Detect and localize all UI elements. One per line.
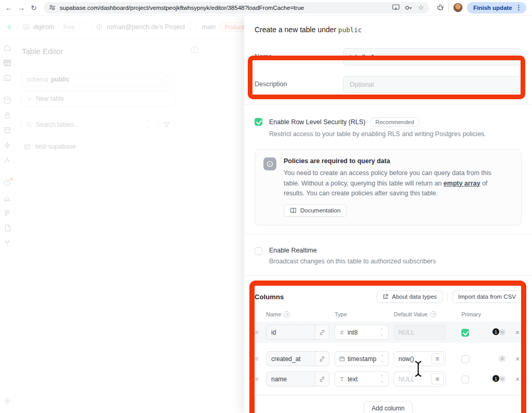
drag-handle-icon[interactable]: ≡ <box>255 375 266 383</box>
chrome-menu-icon[interactable]: ⋮ <box>515 4 522 11</box>
remove-column-icon[interactable]: × <box>513 328 522 337</box>
documentation-button[interactable]: Documentation <box>284 204 347 217</box>
new-table-label: New table <box>36 95 64 102</box>
supabase-logo-icon[interactable] <box>5 23 14 31</box>
column-settings-gear-icon[interactable] <box>498 354 507 364</box>
sql-editor-icon[interactable] <box>3 74 11 82</box>
settings-gear-icon[interactable] <box>3 397 11 405</box>
description-label: Description <box>255 76 343 88</box>
column-row-name: ≡ T text ⌃⌄ ≣ <box>255 371 522 387</box>
database-icon[interactable] <box>3 96 11 104</box>
advisors-icon[interactable] <box>3 179 11 187</box>
reports-icon[interactable] <box>3 194 11 202</box>
api-docs-icon[interactable] <box>3 224 11 232</box>
notification-dot <box>10 178 13 181</box>
rail-divider <box>3 89 11 89</box>
column-name-input[interactable] <box>266 325 315 340</box>
column-type-select[interactable]: T text ⌃⌄ <box>335 371 389 387</box>
profile-avatar[interactable] <box>453 3 463 12</box>
password-key-icon[interactable] <box>405 5 413 11</box>
realtime-checkbox[interactable] <box>255 247 262 255</box>
project-switcher-icon[interactable]: ⌃⌄ <box>189 23 193 30</box>
breadcrumb-project[interactable]: roman@perich.de's Project <box>107 23 185 31</box>
forward-icon[interactable]: → <box>17 4 26 12</box>
site-info-icon[interactable] <box>49 4 56 11</box>
add-column-button[interactable]: Add column <box>364 401 412 413</box>
org-switcher-icon[interactable]: ⌃⌄ <box>83 23 87 30</box>
foreign-key-link-icon[interactable] <box>315 371 329 387</box>
column-default-field <box>394 325 446 340</box>
search-tables-input[interactable] <box>36 121 142 128</box>
panel-title: Create a new table under public <box>244 16 532 41</box>
schema-select[interactable]: schema public ⌃⌄ <box>21 72 175 87</box>
search-tables-box[interactable]: ⌃⌄ <box>21 117 155 132</box>
bookmark-star-icon[interactable]: ☆ <box>418 4 424 11</box>
column-default-input[interactable] <box>394 376 431 383</box>
storage-icon[interactable] <box>3 126 11 135</box>
column-default-input[interactable] <box>394 355 431 363</box>
logs-icon[interactable] <box>3 209 11 217</box>
calendar-icon <box>339 356 344 362</box>
rls-checkbox[interactable] <box>255 118 262 126</box>
table-editor-icon[interactable] <box>3 59 11 67</box>
policies-note-box: Policies are required to query data You … <box>255 149 522 225</box>
breadcrumb-branch[interactable]: main <box>202 23 216 31</box>
auth-icon[interactable] <box>3 111 11 119</box>
production-badge: Production <box>219 22 244 32</box>
import-csv-button[interactable]: Import data from CSV <box>453 290 522 303</box>
column-name-input[interactable] <box>266 351 315 366</box>
default-value-menu-icon[interactable]: ≣ <box>431 374 444 384</box>
url-text[interactable]: supabase.com/dashboard/project/vemstpeoj… <box>60 5 388 11</box>
filter-button[interactable] <box>158 117 175 132</box>
cast-icon[interactable] <box>392 4 400 11</box>
sidebar-table-item[interactable]: test-supabase <box>21 141 175 152</box>
breadcrumb-org[interactable]: digirom <box>33 23 55 31</box>
search-icon <box>26 122 32 128</box>
help-icon[interactable]: ? <box>430 311 436 317</box>
foreign-key-link-icon[interactable] <box>315 351 329 366</box>
column-type-value: int8 <box>348 329 377 336</box>
table-description-input[interactable] <box>343 76 522 93</box>
remove-column-icon[interactable]: × <box>513 375 522 383</box>
collapse-sidebar-icon[interactable] <box>190 46 198 54</box>
column-type-select[interactable]: timestamp ⌃⌄ <box>335 351 389 366</box>
column-settings-gear-icon[interactable]: 1 <box>498 328 507 337</box>
address-bar[interactable]: supabase.com/dashboard/project/vemstpeoj… <box>44 2 429 14</box>
settings-count-badge: 1 <box>492 328 500 336</box>
drag-handle-icon[interactable]: ≡ <box>255 355 266 363</box>
integrations-icon[interactable] <box>3 239 11 247</box>
create-table-panel: Create a new table under public Name Des… <box>244 16 532 413</box>
column-row-id: ≡ # int8 ⌃⌄ 1 <box>250 322 526 343</box>
chevron-updown-icon: ⌃⌄ <box>380 376 384 383</box>
section-divider <box>244 234 532 234</box>
primary-key-checkbox[interactable] <box>461 376 469 383</box>
default-value-menu-icon[interactable]: ≣ <box>431 353 444 364</box>
finish-update-button[interactable]: Finish update ⋮ <box>467 2 526 14</box>
reload-icon[interactable]: ↻ <box>29 4 38 12</box>
column-name-input[interactable] <box>266 371 315 387</box>
foreign-key-link-icon[interactable] <box>315 325 329 340</box>
home-icon[interactable] <box>3 44 11 52</box>
description-field-row: Description <box>255 73 522 100</box>
rls-row: Enable Row Level Security (RLS) Recommen… <box>255 109 522 141</box>
remove-column-icon[interactable]: × <box>513 355 522 363</box>
about-data-types-button[interactable]: About data types <box>377 290 442 303</box>
sort-icon[interactable]: ⌃⌄ <box>146 121 150 128</box>
primary-key-checkbox[interactable] <box>461 355 469 363</box>
column-settings-gear-icon[interactable]: 1 <box>498 375 507 384</box>
table-name-input[interactable] <box>343 48 522 65</box>
info-icon <box>263 157 276 170</box>
header-default-value: Default Value <box>394 311 428 317</box>
new-table-button[interactable]: + New table <box>21 91 175 106</box>
edge-functions-icon[interactable] <box>3 141 11 150</box>
realtime-icon[interactable] <box>3 156 11 165</box>
about-data-types-label: About data types <box>392 294 436 300</box>
column-type-select[interactable]: # int8 ⌃⌄ <box>335 325 389 340</box>
help-icon[interactable]: ? <box>284 311 290 317</box>
primary-key-checkbox[interactable] <box>461 329 469 337</box>
drag-handle-icon[interactable]: ≡ <box>255 328 266 336</box>
extensions-icon[interactable] <box>436 4 444 11</box>
back-icon[interactable]: ← <box>4 4 14 12</box>
browser-chrome: ← → ↻ supabase.com/dashboard/project/vem… <box>0 0 532 16</box>
policies-note-body: You need to create an access policy befo… <box>284 168 507 198</box>
